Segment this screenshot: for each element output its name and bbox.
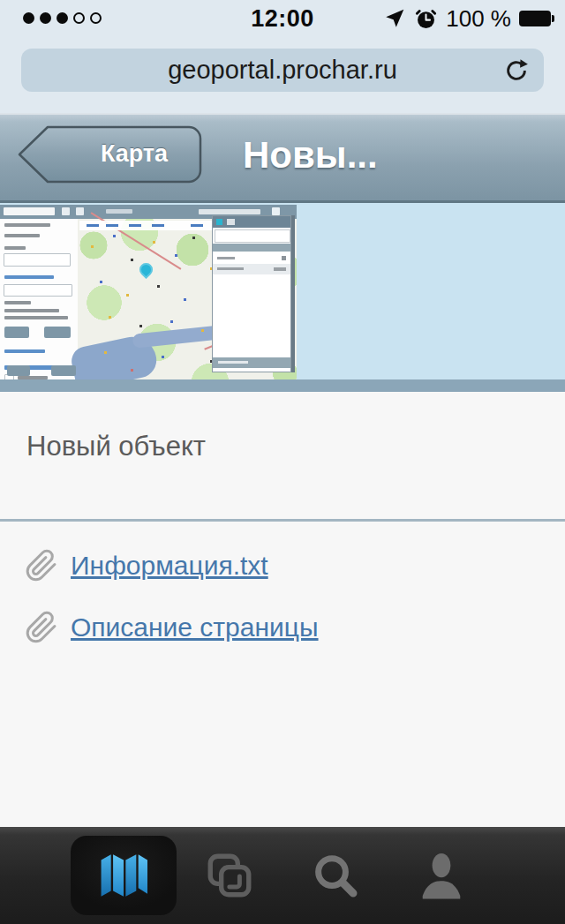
reload-icon[interactable] [503,57,530,84]
page-content: Новый объект Информация.txt Описание стр… [0,392,565,827]
tab-pages[interactable] [177,827,282,924]
thumbnail-button [7,365,30,376]
back-button-map[interactable]: Карта [16,125,205,184]
url-text: geoportal.prochar.ru [168,56,397,85]
page-nav-bar: Карта Новы... [0,113,565,203]
map-tab-icon [95,852,152,899]
location-arrow-icon [383,7,406,30]
bottom-tab-bar [0,827,565,924]
paperclip-icon [25,611,58,644]
attachment-row: Описание страницы [0,602,565,653]
address-field[interactable]: geoportal.prochar.ru [21,49,544,92]
tab-search[interactable] [282,827,388,924]
attachment-link-description[interactable]: Описание страницы [71,612,319,642]
mobile-browser-screen: 12:00 100 % geoportal.prochar.ru [0,0,565,924]
map-pin-marker [137,260,155,279]
object-heading: Новый объект [26,431,206,462]
paperclip-icon [25,549,58,582]
battery-percent: 100 % [446,5,511,33]
map-screenshot-thumbnail [0,205,297,379]
tab-profile[interactable] [388,827,494,924]
pages-tab-icon [204,850,255,901]
section-strip [0,379,565,392]
thumbnail-left-panel [0,219,79,379]
browser-url-bar: geoportal.prochar.ru [0,41,565,113]
tab-map[interactable] [71,827,177,924]
attachment-row: Информация.txt [0,540,565,591]
content-divider [0,519,565,522]
preview-band [0,203,565,379]
page-title: Новы... [243,113,378,198]
battery-icon [519,11,554,26]
thumbnail-layers-panel [212,215,291,372]
profile-tab-icon [416,850,467,901]
alarm-clock-icon [414,7,438,31]
thumbnail-scrollbar [291,215,295,372]
status-bar: 12:00 100 % [0,0,565,41]
attachment-link-information[interactable]: Информация.txt [71,551,268,581]
search-tab-icon [311,851,360,900]
thumbnail-button [51,365,76,376]
back-button-label: Карта [69,125,200,182]
